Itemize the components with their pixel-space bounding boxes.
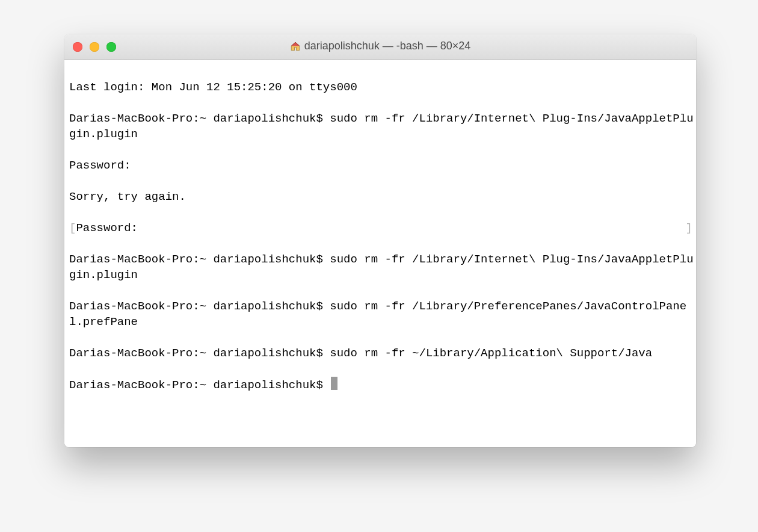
window-title-text: dariapolishchuk — -bash — 80×24 <box>304 40 471 52</box>
command-line: Darias-MacBook-Pro:~ dariapolishchuk$ su… <box>69 252 694 283</box>
home-icon <box>290 41 301 52</box>
close-button[interactable] <box>73 42 82 52</box>
prompt: Darias-MacBook-Pro:~ dariapolishchuk$ <box>69 253 330 266</box>
last-login-line: Last login: Mon Jun 12 15:25:20 on ttys0… <box>69 79 694 95</box>
command-text: sudo rm -fr ~/Library/Application\ Suppo… <box>330 347 652 360</box>
terminal-output[interactable]: Last login: Mon Jun 12 15:25:20 on ttys0… <box>64 60 696 447</box>
terminal-window: dariapolishchuk — -bash — 80×24 Last log… <box>64 34 696 447</box>
cursor-icon <box>331 377 337 390</box>
traffic-lights <box>73 42 116 52</box>
prompt: Darias-MacBook-Pro:~ dariapolishchuk$ <box>69 112 330 125</box>
prompt: Darias-MacBook-Pro:~ dariapolishchuk$ <box>69 379 330 392</box>
prompt-line[interactable]: Darias-MacBook-Pro:~ dariapolishchuk$ <box>69 377 694 393</box>
titlebar[interactable]: dariapolishchuk — -bash — 80×24 <box>64 34 696 60</box>
command-line: Darias-MacBook-Pro:~ dariapolishchuk$ su… <box>69 345 694 361</box>
command-line: Darias-MacBook-Pro:~ dariapolishchuk$ su… <box>69 111 694 142</box>
sorry-line: Sorry, try again. <box>69 189 694 205</box>
prompt: Darias-MacBook-Pro:~ dariapolishchuk$ <box>69 347 330 360</box>
command-line: Darias-MacBook-Pro:~ dariapolishchuk$ su… <box>69 298 694 330</box>
zoom-button[interactable] <box>106 42 116 52</box>
prompt: Darias-MacBook-Pro:~ dariapolishchuk$ <box>69 300 330 313</box>
password-prompt: [Password:] <box>69 220 694 236</box>
minimize-button[interactable] <box>90 42 99 52</box>
window-title: dariapolishchuk — -bash — 80×24 <box>290 40 471 52</box>
password-prompt: Password: <box>69 158 694 173</box>
